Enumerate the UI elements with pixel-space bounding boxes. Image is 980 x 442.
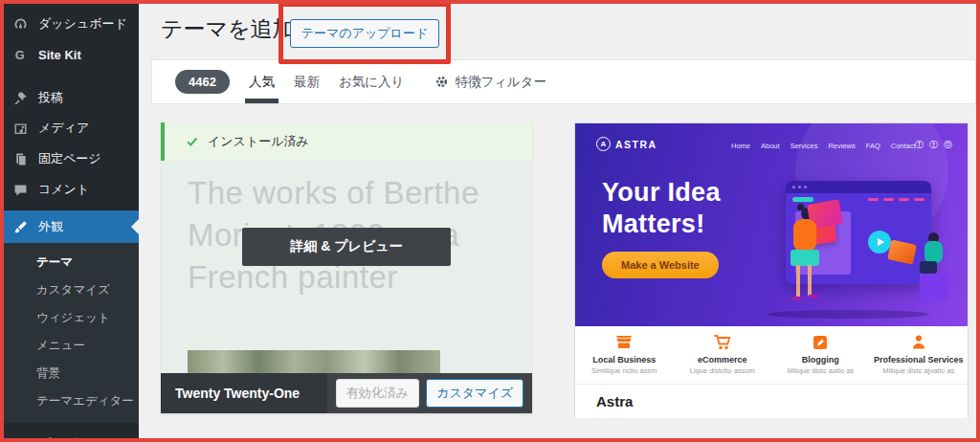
sidebar-item-appearance[interactable]: 外観 (0, 210, 139, 243)
astra-nav: Home About Services Reviews FAQ Contact (731, 142, 916, 150)
page-title: テーマを追加 (161, 14, 295, 44)
sidebar-item-label: 固定ページ (38, 150, 101, 167)
nav-item: Contact (891, 142, 916, 150)
sidebar-item-pages[interactable]: 固定ページ (0, 144, 139, 174)
gear-icon (434, 75, 449, 89)
theme-count-badge: 4462 (175, 70, 230, 94)
sidebar-item-label: ダッシュボード (38, 15, 127, 33)
sidebar-item-label: Site Kit (38, 48, 81, 62)
twitter-icon: ⓣ (929, 139, 938, 151)
theme-screenshot: The works of Berthe Morisot, 1800s-era F… (161, 161, 532, 373)
nav-item: Reviews (828, 142, 855, 150)
sitekit-icon: G (11, 46, 29, 63)
submenu-item-widgets[interactable]: ウィジェット (0, 304, 139, 332)
appearance-icon (11, 218, 29, 235)
tab-favorites[interactable]: お気に入り (339, 60, 404, 103)
play-icon (868, 231, 891, 254)
astra-logo: A ASTRA (596, 137, 657, 151)
nav-item: Services (791, 142, 818, 150)
sidebar-item-label: 外観 (38, 218, 63, 235)
person-icon (909, 333, 928, 352)
comment-icon (11, 181, 29, 198)
installed-label: インストール済み (208, 133, 309, 150)
nav-item: About (761, 142, 780, 150)
sidebar-item-label: メディア (38, 120, 89, 137)
nav-item: Home (731, 142, 750, 150)
activated-button: 有効化済み (336, 379, 419, 408)
tab-latest[interactable]: 最新 (294, 60, 320, 103)
sidebar-item-dashboard[interactable]: ダッシュボード (0, 9, 139, 39)
painting-thumbnail (188, 350, 440, 373)
submenu-item-menus[interactable]: メニュー (0, 332, 139, 360)
submenu-item-theme-editor[interactable]: テーマエディター (0, 387, 139, 415)
astra-screenshot: A ASTRA Home About Services Reviews FAQ … (575, 123, 968, 326)
sidebar-item-label: プラグイン (38, 435, 102, 442)
details-preview-button[interactable]: 詳細 & プレビュー (242, 228, 451, 266)
theme-filter-bar: 4462 人気 最新 お気に入り 特徴フィルター (151, 59, 976, 104)
astra-illustration (740, 169, 958, 322)
feature-local-business: Local Business Similique nctio assm (575, 333, 674, 384)
feature-blogging: Blogging Milique distc aatio as (771, 333, 870, 384)
storefront-icon (614, 333, 634, 352)
sidebar-item-label: コメント (38, 181, 89, 198)
feature-filter-toggle[interactable]: 特徴フィルター (434, 74, 546, 91)
svg-text:G: G (14, 47, 24, 61)
pin-icon (11, 89, 29, 106)
pencil-icon (811, 333, 830, 352)
check-icon (186, 135, 199, 148)
theme-card-footer: Twenty Twenty-One 有効化済み カスタマイズ (161, 373, 532, 413)
pages-icon (11, 150, 29, 167)
social-icons: ⓕ ⓣ ⓞ (915, 139, 952, 151)
appearance-submenu: テーマ カスタマイズ ウィジェット メニュー 背景 テーマエディター (0, 243, 139, 423)
media-icon (11, 120, 29, 137)
dashboard-icon (11, 15, 29, 33)
customize-button[interactable]: カスタマイズ (426, 379, 523, 408)
astra-features-row: Local Business Similique nctio assm eCom… (575, 326, 968, 384)
sidebar-item-label: 投稿 (38, 89, 63, 106)
sidebar-item-comments[interactable]: コメント (0, 174, 139, 205)
nav-item: FAQ (866, 142, 880, 150)
feature-filter-label: 特徴フィルター (455, 74, 546, 91)
instagram-icon: ⓞ (944, 139, 952, 151)
sidebar-item-media[interactable]: メディア (0, 113, 139, 144)
sidebar-item-posts[interactable]: 投稿 (0, 82, 139, 113)
installed-banner: インストール済み (161, 122, 532, 161)
upload-theme-button[interactable]: テーマのアップロード (290, 19, 439, 48)
submenu-item-themes[interactable]: テーマ (0, 249, 139, 276)
sidebar-item-sitekit[interactable]: G Site Kit (0, 39, 139, 70)
submenu-item-background[interactable]: 背景 (0, 360, 139, 387)
admin-sidebar: ダッシュボード G Site Kit 投稿 メディア 固定ページ (0, 0, 139, 442)
theme-card-twenty-twenty-one[interactable]: インストール済み The works of Berthe Morisot, 18… (161, 122, 532, 413)
feature-professional-services: Professional Services Milique distc ajva… (870, 333, 969, 384)
make-a-website-button: Make a Website (602, 252, 719, 278)
submenu-item-customize[interactable]: カスタマイズ (0, 276, 139, 304)
cart-icon (713, 333, 732, 352)
sidebar-item-plugins[interactable]: プラグイン (0, 429, 139, 442)
illustration-woman (776, 202, 843, 322)
theme-card-astra[interactable]: A ASTRA Home About Services Reviews FAQ … (574, 122, 969, 418)
illustration-man (889, 232, 950, 319)
sidebar-separator (0, 70, 139, 82)
plugin-icon (11, 435, 29, 442)
astra-heading: Your Idea Matters! (602, 177, 721, 240)
feature-ecommerce: eCommerce Lique distctio assum (674, 333, 772, 384)
upload-annotation-box: テーマのアップロード (278, 2, 451, 64)
tab-popular[interactable]: 人気 (249, 60, 275, 103)
astra-logo-icon: A (596, 137, 611, 151)
wordpress-add-themes-screen: ダッシュボード G Site Kit 投稿 メディア 固定ページ (0, 0, 980, 442)
theme-name: Astra (575, 384, 968, 418)
facebook-icon: ⓕ (915, 139, 924, 151)
theme-actions: 有効化済み カスタマイズ (327, 373, 532, 413)
theme-name: Twenty Twenty-One (161, 373, 327, 413)
